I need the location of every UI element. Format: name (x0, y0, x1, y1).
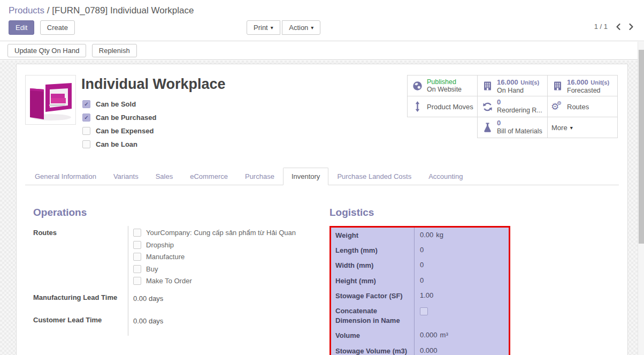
stowage-volume-row: Stowage Volume (m3) 0.000 (331, 343, 509, 355)
volume-value: 0.000 (420, 331, 438, 339)
edit-button[interactable]: Edit (9, 20, 34, 35)
breadcrumb-products-link[interactable]: Products (9, 5, 44, 16)
width-label: Width (mm) (331, 258, 414, 273)
reordering-rules-label: Reordering R... (497, 107, 542, 114)
stowage-factor-value: 1.00 (420, 291, 433, 299)
can-be-sold-checkbox[interactable] (82, 100, 90, 108)
stat-button-published[interactable]: Published On Website (407, 75, 478, 96)
reordering-rules-value: 0 (497, 99, 542, 107)
width-value: 0 (420, 261, 424, 269)
stat-button-more[interactable]: More (547, 117, 618, 138)
action-menus: Print Action (247, 20, 320, 35)
forecasted-label: Forecasted (567, 87, 609, 94)
manufacturing-lead-time-row: Manufacturing Lead Time 0.00 days (33, 291, 322, 313)
route-option-yourcompany: YourCompany: Cung cấp sản phẩm từ Hải Qu… (133, 228, 322, 238)
route-yourcompany-label: YourCompany: Cung cấp sản phẩm từ Hải Qu… (146, 228, 296, 238)
manufacturing-lead-time-value: 0.00 days (128, 291, 322, 313)
product-image[interactable] (25, 75, 76, 125)
tab-general-information[interactable]: General Information (26, 168, 105, 185)
on-hand-value: 16.000 (497, 78, 518, 86)
stat-button-forecasted[interactable]: 16.000 Unit(s) Forecasted (547, 75, 618, 96)
published-label: On Website (427, 86, 462, 93)
operations-group: Operations Routes YourCompany: Cung cấp … (33, 207, 322, 355)
can-be-expensed-checkbox[interactable] (82, 127, 90, 135)
create-button[interactable]: Create (40, 20, 75, 35)
refresh-icon (481, 102, 493, 112)
route-manufacture-checkbox[interactable] (133, 253, 141, 261)
flag-can-be-loan: Can be Loan (82, 140, 407, 148)
breadcrumb-current: [FURN_0789] Individual Workplace (52, 5, 194, 16)
stat-button-grid: Published On Website 16.000 Unit(s) On H… (407, 75, 619, 154)
customer-lead-time-row: Customer Lead Time 0.00 days (33, 313, 322, 336)
weight-row: Weight 0.00 kg (331, 228, 509, 243)
length-label: Length (mm) (331, 243, 414, 258)
route-yourcompany-checkbox[interactable] (133, 229, 141, 237)
globe-icon (411, 81, 423, 91)
stat-grid-empty-cell (407, 117, 478, 138)
logistics-highlight-box: Weight 0.00 kg Length (mm) 0 Width (mm) … (329, 226, 510, 355)
route-dropship-label: Dropship (146, 240, 174, 250)
height-value: 0 (420, 276, 424, 284)
vertical-scrollbar[interactable] (638, 42, 644, 355)
concatenate-dimension-label: Concatenate Dimension in Name (331, 303, 414, 328)
route-make-to-order-label: Make To Order (146, 276, 192, 286)
height-row: Height (mm) 0 (331, 273, 509, 288)
flag-can-be-sold: Can be Sold (82, 100, 407, 108)
volume-unit: m³ (440, 331, 448, 339)
length-row: Length (mm) 0 (331, 243, 509, 258)
can-be-sold-label: Can be Sold (96, 100, 136, 108)
pager-previous-icon[interactable] (615, 23, 621, 31)
building-icon (551, 81, 563, 91)
published-status: Published (427, 78, 462, 86)
can-be-purchased-label: Can be Purchased (96, 114, 156, 122)
route-option-buy: Buy (133, 265, 322, 274)
tab-variants[interactable]: Variants (105, 168, 147, 185)
tab-sales[interactable]: Sales (147, 168, 182, 185)
update-qty-on-hand-button[interactable]: Update Qty On Hand (7, 44, 86, 57)
can-be-loan-checkbox[interactable] (82, 140, 90, 148)
replenish-button[interactable]: Replenish (92, 44, 137, 57)
tab-purchase[interactable]: Purchase (236, 168, 283, 185)
notebook-tabs: General Information Variants Sales eComm… (25, 168, 619, 185)
pager: 1 / 1 (594, 22, 634, 31)
tab-purchase-landed-costs[interactable]: Purchase Landed Costs (328, 168, 420, 185)
manufacturing-lead-time-label: Manufacturing Lead Time (33, 291, 128, 313)
on-hand-unit: Unit(s) (520, 79, 539, 86)
stat-button-product-moves[interactable]: Product Moves (407, 96, 478, 117)
form-sheet: Individual Workplace Can be Sold Can be … (16, 64, 628, 355)
stat-button-bill-of-materials[interactable]: 0 Bill of Materials (477, 117, 548, 138)
stowage-factor-label: Stowage Factor (SF) (331, 288, 414, 303)
gears-icon: ⚙⚙ (551, 102, 563, 111)
routes-field-label: Routes (33, 226, 128, 291)
tab-accounting[interactable]: Accounting (420, 168, 471, 185)
stat-button-on-hand[interactable]: 16.000 Unit(s) On Hand (477, 75, 548, 96)
breadcrumb-separator: / (47, 5, 50, 16)
stat-button-routes[interactable]: ⚙⚙ Routes (547, 96, 618, 117)
print-menu-button[interactable]: Print (247, 20, 280, 35)
concatenate-dimension-checkbox[interactable] (420, 307, 428, 315)
bill-of-materials-value: 0 (497, 119, 542, 127)
tab-ecommerce[interactable]: eCommerce (181, 168, 236, 185)
flag-can-be-expensed: Can be Expensed (82, 127, 407, 135)
route-buy-checkbox[interactable] (133, 265, 141, 273)
pager-next-icon[interactable] (628, 23, 634, 31)
route-dropship-checkbox[interactable] (133, 241, 141, 249)
pager-value: 1 / 1 (594, 22, 608, 31)
status-bar: Update Qty On Hand Replenish (0, 41, 644, 60)
stat-button-reordering-rules[interactable]: 0 Reordering R... (477, 96, 548, 117)
building-icon (481, 81, 493, 91)
flask-icon (481, 122, 493, 133)
route-option-dropship: Dropship (133, 240, 322, 250)
forecasted-unit: Unit(s) (591, 79, 609, 86)
stowage-factor-row: Stowage Factor (SF) 1.00 (331, 288, 509, 303)
tab-inventory[interactable]: Inventory (283, 168, 328, 185)
logistics-title: Logistics (329, 207, 514, 218)
length-value: 0 (420, 246, 424, 254)
breadcrumb: Products / [FURN_0789] Individual Workpl… (0, 0, 644, 17)
route-make-to-order-checkbox[interactable] (133, 277, 141, 285)
action-menu-button[interactable]: Action (282, 20, 320, 35)
scrollbar-thumb[interactable] (639, 50, 644, 244)
can-be-expensed-label: Can be Expensed (96, 127, 154, 135)
product-moves-label: Product Moves (427, 103, 473, 111)
can-be-purchased-checkbox[interactable] (82, 114, 90, 122)
